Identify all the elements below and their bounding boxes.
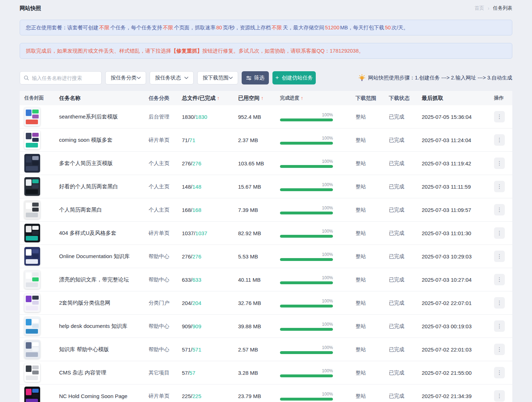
row-actions-menu-button[interactable]: ⋮ (494, 181, 505, 192)
search-input[interactable] (32, 75, 98, 81)
task-files: 225/225 (182, 393, 238, 399)
task-download-range: 整站 (356, 346, 389, 353)
task-cover-thumbnail[interactable] (24, 247, 40, 266)
banner-text: 个页面，抓取速率 (174, 25, 216, 30)
banner-highlight-value: 80 (216, 25, 223, 30)
task-name[interactable]: 个人简历两套黑白 (59, 207, 149, 213)
column-header-files[interactable]: 总文件/已完成↑ (182, 95, 238, 102)
banner-text: 页/秒，资源线上存档 (223, 25, 271, 30)
task-cover-thumbnail[interactable] (24, 200, 40, 219)
files-done: 57 (189, 370, 195, 376)
filter-status-dropdown[interactable]: 按任务状态 (150, 71, 194, 84)
task-cover-thumbnail[interactable] (24, 363, 40, 382)
row-actions-menu-button[interactable]: ⋮ (494, 367, 505, 378)
sort-ascending-icon[interactable]: ↑ (301, 95, 303, 101)
progress-bar (280, 258, 333, 261)
task-name[interactable]: 404 多样式U及风格多套 (59, 230, 149, 237)
progress-bar (280, 165, 333, 168)
column-header-progress[interactable]: 完成进度↑ (280, 95, 356, 101)
kebab-icon: ⋮ (497, 367, 502, 378)
kebab-icon: ⋮ (497, 251, 502, 262)
task-space-used: 2.57 MB (238, 347, 280, 353)
table-row: 多套个人简历主页模版 个人主页 276/276 103.65 MB 100% 整… (20, 152, 512, 175)
task-name[interactable]: 2套简约版分类信息网 (59, 300, 149, 306)
progress-percent-label: 100% (280, 182, 333, 187)
progress: 100% (280, 205, 333, 214)
row-actions-menu-button[interactable]: ⋮ (494, 204, 505, 215)
task-space-used: 82.92 MB (238, 230, 280, 236)
task-cover-thumbnail[interactable] (24, 270, 40, 289)
sort-ascending-icon[interactable]: ↑ (217, 95, 219, 101)
task-download-range: 整站 (356, 113, 389, 120)
sort-ascending-icon[interactable]: ↑ (261, 95, 263, 101)
task-download-status: 已完成 (389, 207, 422, 213)
task-name[interactable]: CMS 杂志 内容管理 (59, 369, 149, 376)
row-actions-menu-button[interactable]: ⋮ (494, 274, 505, 285)
task-cover-thumbnail[interactable] (24, 177, 40, 196)
task-cover-thumbnail[interactable] (24, 294, 40, 312)
kebab-icon: ⋮ (497, 274, 502, 285)
task-name[interactable]: coming soon 模版多套 (59, 137, 149, 144)
task-cover-thumbnail[interactable] (24, 387, 40, 402)
task-files: 148/148 (182, 184, 238, 190)
progress-bar (280, 281, 333, 284)
progress: 100% (280, 112, 333, 121)
row-actions-menu-button[interactable]: ⋮ (494, 320, 505, 332)
column-header-cover: 任务封面 (20, 95, 59, 101)
progress-bar (280, 118, 333, 121)
files-total: 571 (182, 347, 191, 353)
task-name[interactable]: help desk documents 知识库 (59, 323, 149, 330)
task-name[interactable]: seantheme系列后套模版 (59, 113, 149, 120)
create-task-button-label: 创建仿站任务 (282, 74, 313, 81)
banner-highlight-value: 不限 (98, 25, 110, 30)
filter-button[interactable]: 筛选 (242, 71, 269, 84)
column-header-last-crawl: 最后抓取 (422, 95, 493, 102)
plan-info-banner: 您正在使用套餐：该套餐可创建不限个任务，每个任务支持不限个页面，抓取速率80页/… (20, 20, 512, 35)
row-actions-menu-button[interactable]: ⋮ (494, 344, 505, 355)
task-last-crawl-time: 2025-07-03 11:19:42 (422, 160, 493, 166)
progress-bar-fill (280, 165, 333, 168)
task-name[interactable]: NC Hold Coming Soon Page (59, 393, 149, 399)
files-done: 633 (192, 277, 201, 283)
create-task-button[interactable]: + 创建仿站任务 (272, 71, 316, 84)
task-category: 个人主页 (149, 160, 182, 167)
task-cover-thumbnail[interactable] (24, 340, 40, 359)
files-done: 571 (192, 347, 201, 353)
banner-highlight-value: 50 (384, 25, 391, 30)
task-space-used: 952.4 MB (238, 114, 280, 120)
task-name[interactable]: 多套个人简历主页模版 (59, 160, 149, 167)
breadcrumb-home-link[interactable]: 首页 (474, 5, 484, 11)
row-actions-menu-button[interactable]: ⋮ (494, 297, 505, 309)
filter-range-dropdown[interactable]: 按下载范围 (197, 71, 238, 84)
row-actions-menu-button[interactable]: ⋮ (494, 111, 505, 122)
task-download-status: 已完成 (389, 230, 422, 237)
progress-percent-label: 100% (280, 112, 333, 117)
filter-category-dropdown[interactable]: 按任务分类 (105, 71, 146, 84)
row-actions-menu-button[interactable]: ⋮ (494, 390, 505, 402)
task-name[interactable]: 漂亮的知识文库，带完整论坛 (59, 276, 149, 283)
task-download-status: 已完成 (389, 346, 422, 353)
progress: 100% (280, 136, 333, 145)
task-cover-thumbnail[interactable] (24, 107, 40, 126)
table-row: 2套简约版分类信息网 分类门户 204/204 32.76 MB 100% 整站… (20, 291, 512, 315)
task-cover-thumbnail[interactable] (24, 131, 40, 149)
task-cover-thumbnail[interactable] (24, 224, 40, 242)
files-total: 1830 (182, 114, 194, 120)
row-actions-menu-button[interactable]: ⋮ (494, 134, 505, 146)
progress-bar (280, 351, 333, 354)
row-actions-menu-button[interactable]: ⋮ (494, 251, 505, 262)
task-name[interactable]: 好看的个人简历两套黑白 (59, 183, 149, 190)
progress-bar-fill (280, 374, 333, 377)
task-name[interactable]: 知识库 帮助中心模版 (59, 346, 149, 353)
column-header-space[interactable]: 已用空间↑ (238, 95, 280, 102)
table-row: 404 多样式U及风格多套 碎片单页 1037/1037 82.92 MB 10… (20, 222, 512, 245)
search-box[interactable] (20, 71, 102, 84)
task-cover-thumbnail[interactable] (24, 317, 40, 335)
task-cover-thumbnail[interactable] (24, 154, 40, 173)
progress: 100% (280, 275, 333, 284)
row-actions-menu-button[interactable]: ⋮ (494, 227, 505, 239)
task-files: 909/909 (182, 323, 238, 329)
row-actions-menu-button[interactable]: ⋮ (494, 158, 505, 169)
task-download-range: 整站 (356, 323, 389, 330)
task-name[interactable]: Online Documentation 知识库 (59, 253, 149, 260)
